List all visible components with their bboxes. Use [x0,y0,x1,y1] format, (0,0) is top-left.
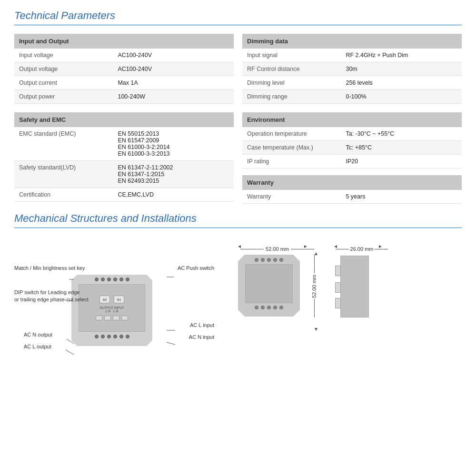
table-row: Input voltageAC100-240V [14,49,234,62]
environment-table: Environment Operation temperatureTa: -30… [242,112,462,169]
row-label: Output voltage [14,62,113,76]
input-output-table: Input and Output Input voltageAC100-240V… [14,34,234,104]
table-row: Input signalRF 2.4GHz + Push Dim [242,49,462,62]
row-value: EN 55015:2013 EN 61547:2009 EN 61000-3-2… [113,127,234,161]
warranty-table: Warranty Warranty5 years [242,175,462,204]
dimming-table: Dimming data Input signalRF 2.4GHz + Pus… [242,34,462,104]
section2-title: Mechanical Structures and Installations [14,212,462,228]
input-output-section: Input and Output Input voltageAC100-240V… [14,34,234,104]
row-label: Safety standard(LVD) [14,161,113,188]
section1-title: Technical Parameters [14,10,462,25]
depth-arrows [334,243,382,250]
bottom-dots [71,335,152,338]
table-row: Warranty5 years [242,190,462,204]
svg-marker-10 [315,328,317,331]
table-row: Safety standard(LVD)EN 61347-2-11:2002 E… [14,161,234,188]
row-label: Input voltage [14,49,113,62]
row-label: RF Control distance [242,62,341,76]
row-label: Case temperature (Max.) [242,141,341,155]
row-label: Output current [14,76,113,90]
front-top-dots [238,255,300,262]
side-tab-3 [335,298,341,308]
front-view-diagram: 52.00 mm [224,241,319,360]
front-inner [245,264,293,303]
line-ac-push [167,270,214,279]
row-label: Output power [14,90,113,104]
width-arrows [238,243,307,250]
table-row: Case temperature (Max.)Tc: +85°C [242,141,462,155]
device-inner: A0 A1 OUTPUT INPUTL N L N [79,284,145,332]
table-row: Output voltageAC100-240V [14,62,234,76]
table-row: EMC standard (EMC)EN 55015:2013 EN 61547… [14,127,234,161]
row-value: EN 61347-2-11:2002 EN 61347-1:2015 EN 62… [113,161,234,188]
row-value: 5 years [341,190,462,204]
top-dots [71,275,152,281]
table-row: RF Control distance30m [242,62,462,76]
row-value: AC100-240V [113,62,234,76]
svg-marker-11 [334,245,337,248]
svg-line-2 [67,339,74,344]
table-row: IP ratingIP20 [242,155,462,169]
row-value: 30m [341,62,462,76]
row-label: EMC standard (EMC) [14,127,113,161]
side-tab-2 [335,282,341,293]
row-label: IP rating [242,155,341,169]
table-row: Dimming range0-100% [242,90,462,104]
front-device [238,255,300,317]
dimming-header: Dimming data [242,34,462,49]
table-row: CertificationCE,EMC,LVD [14,188,234,202]
table-row: Output currentMax 1A [14,76,234,90]
row-label: Operation temperature [242,127,341,141]
row-value: AC100-240V [113,49,234,62]
line-match-key [14,270,74,284]
front-bottom-dots [238,306,300,309]
side-view-diagram: 26.00 mm [333,241,390,360]
side-tab-1 [335,266,341,276]
svg-marker-9 [315,252,317,255]
line-dip-switch [14,296,74,306]
svg-line-6 [167,342,175,345]
height-arrows [314,252,318,331]
safety-header: Safety and EMC [14,112,234,127]
row-value: CE,EMC,LVD [113,188,234,202]
env-warranty-section: Environment Operation temperatureTa: -30… [242,112,462,204]
row-value: 256 levels [341,76,462,90]
row-label: Dimming range [242,90,341,104]
row-value: IP20 [341,155,462,169]
row-label: Certification [14,188,113,202]
pcb-label: OUTPUT INPUTL N L N [99,306,124,313]
row-value: Max 1A [113,76,234,90]
safety-table: Safety and EMC EMC standard (EMC)EN 5501… [14,112,234,202]
line-ac-l-output [14,346,74,356]
safety-section: Safety and EMC EMC standard (EMC)EN 5501… [14,112,234,204]
table-row: Output power100-240W [14,90,234,104]
pcb-top-row: A0 A1 [99,296,124,303]
row-value: Ta: -30°C ~ +55°C [341,127,462,141]
input-output-header: Input and Output [14,34,234,49]
row-value: 100-240W [113,90,234,104]
svg-marker-8 [304,245,307,248]
table-row: Operation temperatureTa: -30°C ~ +55°C [242,127,462,141]
device-annotated-diagram: A0 A1 OUTPUT INPUTL N L N [14,241,214,375]
device-body: A0 A1 OUTPUT INPUTL N L N [71,275,152,346]
line-ac-n-input [167,337,214,347]
row-value: Tc: +85°C [341,141,462,155]
svg-marker-12 [379,245,382,248]
svg-line-3 [66,350,74,355]
svg-marker-7 [238,245,241,248]
row-label: Warranty [242,190,341,204]
table-row: Dimming level256 levels [242,76,462,90]
dimension-diagrams: 52.00 mm [224,241,390,360]
environment-header: Environment [242,112,462,127]
side-body [340,256,369,317]
row-value: 0-100% [341,90,462,104]
pcb-bottom-row [96,316,128,320]
row-value: RF 2.4GHz + Push Dim [341,49,462,62]
dimming-section: Dimming data Input signalRF 2.4GHz + Pus… [242,34,462,104]
row-label: Input signal [242,49,341,62]
line-ac-l-input [167,326,214,335]
tables-grid: Input and Output Input voltageAC100-240V… [14,34,462,204]
row-label: Dimming level [242,76,341,90]
warranty-header: Warranty [242,175,462,190]
